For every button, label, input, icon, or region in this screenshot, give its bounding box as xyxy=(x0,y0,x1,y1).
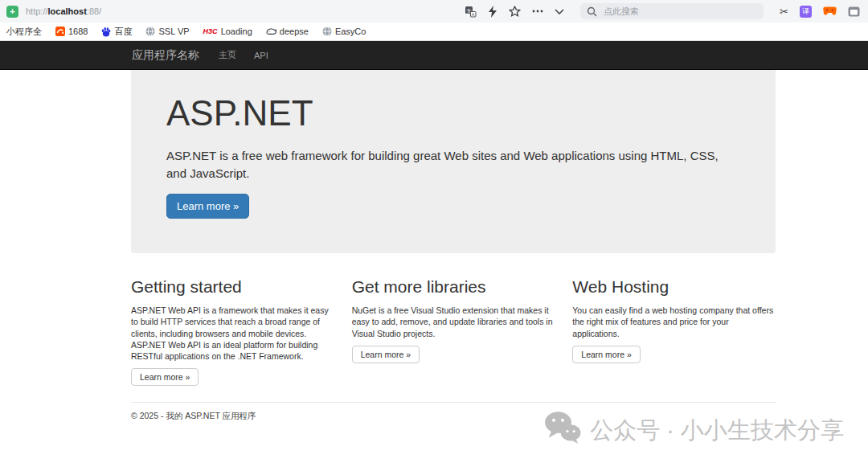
bookmarks-bar: 小程序全 1688 百度 SSL VP H3C Loading xyxy=(0,23,868,41)
bookmark-item[interactable]: deepse xyxy=(266,27,309,36)
wechat-icon xyxy=(543,411,582,450)
bookmark-label: EasyCo xyxy=(335,27,366,36)
bookmark-item[interactable]: 小程序全 xyxy=(6,26,42,38)
baidu-paw-icon xyxy=(101,27,111,37)
bookmark-label: 小程序全 xyxy=(6,26,42,38)
jumbotron: ASP.NET ASP.NET is a free web framework … xyxy=(131,70,776,253)
alibaba-1688-icon xyxy=(55,27,65,36)
column-web-hosting: Web Hosting You can easily find a web ho… xyxy=(572,277,776,386)
site-navbar: 应用程序名称 主页 API xyxy=(0,41,868,70)
translate-page-icon[interactable]: 文A xyxy=(465,6,477,18)
url-host: localhost xyxy=(48,6,87,16)
more-menu-icon[interactable] xyxy=(532,10,543,13)
footer-divider xyxy=(131,402,776,403)
page-body: ASP.NET ASP.NET is a free web framework … xyxy=(0,70,868,466)
browser-window: + http://localhost:88/ 文A xyxy=(0,0,868,467)
h3c-logo-icon: H3C xyxy=(203,27,218,35)
bookmark-item[interactable]: 百度 xyxy=(101,26,132,38)
bookmark-label: 百度 xyxy=(114,26,132,38)
search-icon xyxy=(587,6,597,17)
nav-link-api[interactable]: API xyxy=(254,51,268,60)
column-title: Getting started xyxy=(131,277,334,297)
column-title: Web Hosting xyxy=(572,277,776,297)
column-get-more-libraries: Get more libraries NuGet is a free Visua… xyxy=(352,277,555,386)
address-bar[interactable]: http://localhost:88/ xyxy=(26,6,101,16)
flash-icon[interactable] xyxy=(488,6,497,18)
learn-more-button[interactable]: Learn more » xyxy=(131,368,199,386)
workspace-icon[interactable] xyxy=(848,6,860,17)
watermark-text: 公众号 · 小小生技术分享 xyxy=(590,415,844,447)
url-port: :88/ xyxy=(87,6,101,16)
navbar-brand[interactable]: 应用程序名称 xyxy=(132,48,199,63)
bookmark-item[interactable]: 1688 xyxy=(55,27,88,36)
globe-icon xyxy=(322,27,332,36)
learn-more-button[interactable]: Learn more » xyxy=(352,346,420,363)
globe-icon xyxy=(145,27,155,36)
translate-extension-icon[interactable]: 译 xyxy=(800,6,812,18)
game-center-icon[interactable] xyxy=(823,6,837,16)
watermark: 公众号 · 小小生技术分享 xyxy=(543,411,844,450)
feature-columns: Getting started ASP.NET Web API is a fra… xyxy=(131,277,776,386)
column-text: You can easily find a web hosting compan… xyxy=(572,305,776,339)
chevron-down-icon[interactable] xyxy=(555,9,564,14)
column-getting-started: Getting started ASP.NET Web API is a fra… xyxy=(131,277,334,386)
search-input[interactable] xyxy=(602,6,757,17)
learn-more-primary-button[interactable]: Learn more » xyxy=(166,194,249,219)
favorite-star-icon[interactable] xyxy=(509,6,521,18)
column-text: ASP.NET Web API is a framework that make… xyxy=(131,305,334,362)
column-text: NuGet is a free Visual Studio extension … xyxy=(352,305,555,339)
svg-text:A: A xyxy=(472,11,475,16)
nav-link-home[interactable]: 主页 xyxy=(219,49,236,61)
toolbar-search[interactable] xyxy=(580,3,764,19)
bookmark-label: Loading xyxy=(221,27,252,36)
site-safety-icon[interactable]: + xyxy=(6,6,18,18)
bookmark-label: deepse xyxy=(280,27,309,36)
whale-icon xyxy=(266,27,276,36)
bookmark-label: SSL VP xyxy=(158,27,189,36)
page-title: ASP.NET xyxy=(166,94,740,133)
column-title: Get more libraries xyxy=(352,277,555,297)
content-container: ASP.NET ASP.NET is a free web framework … xyxy=(131,70,776,422)
bookmark-item[interactable]: H3C Loading xyxy=(203,27,252,36)
bookmark-label: 1688 xyxy=(68,27,88,36)
screenshot-scissors-icon[interactable]: ✂ xyxy=(780,6,788,17)
jumbotron-description: ASP.NET is a free web framework for buil… xyxy=(166,147,739,182)
bookmark-item[interactable]: EasyCo xyxy=(322,27,366,36)
bookmark-item[interactable]: SSL VP xyxy=(145,27,189,36)
url-scheme: http:// xyxy=(26,6,48,16)
browser-toolbar: + http://localhost:88/ 文A xyxy=(0,0,868,23)
learn-more-button[interactable]: Learn more » xyxy=(572,346,640,363)
